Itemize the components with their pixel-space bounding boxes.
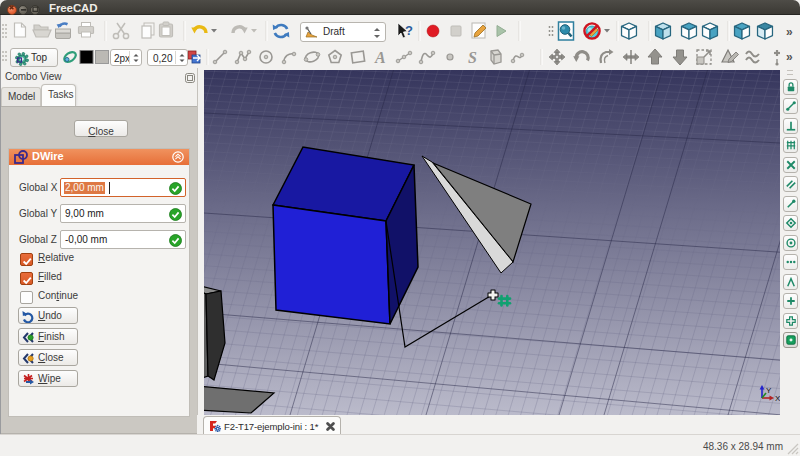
- svg-text:?: ?: [405, 23, 413, 38]
- svg-text:Y: Y: [766, 386, 772, 395]
- svg-text:A: A: [374, 49, 386, 66]
- svg-text:»: »: [786, 25, 793, 39]
- svg-text:S: S: [468, 49, 477, 66]
- svg-text:»: »: [786, 50, 793, 64]
